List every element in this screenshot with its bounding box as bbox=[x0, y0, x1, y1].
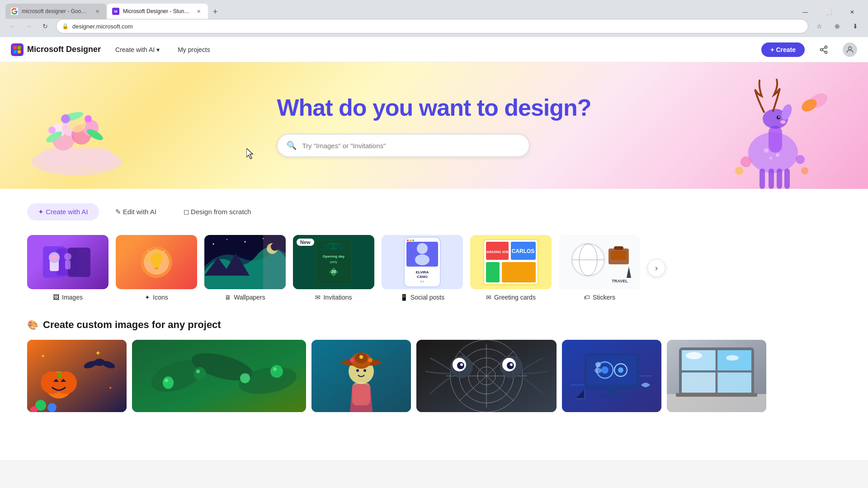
new-badge: New bbox=[297, 239, 314, 246]
svg-point-88 bbox=[415, 254, 429, 265]
custom-image-person[interactable] bbox=[311, 340, 411, 412]
app-navbar: Microsoft Designer Create with AI ▾ My p… bbox=[0, 37, 868, 62]
svg-point-44 bbox=[735, 167, 743, 175]
share-button[interactable] bbox=[816, 42, 832, 58]
svg-point-30 bbox=[780, 120, 786, 124]
category-label-invitations: ✉ Invitations bbox=[315, 294, 352, 301]
category-thumb-icons bbox=[116, 235, 197, 289]
downloads-button[interactable]: ⬇ bbox=[848, 19, 863, 33]
maximize-button[interactable]: ⬜ bbox=[818, 5, 839, 19]
category-card-invitations[interactable]: New Opening day party 20 bbox=[293, 235, 374, 301]
svg-point-197 bbox=[686, 352, 702, 359]
close-window-button[interactable]: ✕ bbox=[842, 5, 863, 19]
svg-rect-195 bbox=[682, 373, 715, 393]
svg-point-5 bbox=[821, 48, 823, 51]
category-card-images[interactable]: 🖼 Images bbox=[27, 235, 108, 301]
svg-rect-99 bbox=[486, 262, 500, 282]
svg-point-141 bbox=[165, 379, 168, 382]
svg-text:✦: ✦ bbox=[41, 353, 45, 359]
svg-rect-25 bbox=[769, 126, 782, 153]
svg-rect-2 bbox=[14, 50, 17, 53]
hero-decoration-right bbox=[705, 71, 841, 189]
bookmarks-button[interactable]: ☆ bbox=[812, 19, 826, 33]
category-thumb-images bbox=[27, 235, 108, 289]
create-button[interactable]: + Create bbox=[761, 42, 805, 57]
tab-close-2[interactable]: ✕ bbox=[194, 7, 203, 15]
create-with-ai-label: Create with AI bbox=[115, 46, 155, 53]
svg-rect-33 bbox=[777, 169, 782, 189]
custom-image-tech[interactable] bbox=[562, 340, 661, 412]
category-card-greeting-cards[interactable]: AMAZING JOB CARLOS ✉ Greeting cards bbox=[470, 235, 552, 301]
custom-image-nature[interactable] bbox=[132, 340, 306, 412]
hero-content: What do you want to design? 🔍 bbox=[277, 94, 591, 157]
create-with-ai-nav[interactable]: Create with AI ▾ bbox=[112, 43, 163, 56]
svg-point-55 bbox=[150, 253, 163, 265]
svg-text:CARLOS: CARLOS bbox=[512, 248, 535, 254]
edit-with-ai-tab[interactable]: ✎ Edit with AI bbox=[104, 203, 167, 221]
stickers-icon: 🏷 bbox=[584, 294, 590, 301]
tab-label-1: microsoft designer - Google Se... bbox=[22, 8, 90, 14]
greeting-cards-icon: ✉ bbox=[486, 294, 491, 301]
images-icon: 🖼 bbox=[53, 294, 59, 301]
category-card-wallpapers[interactable]: 🖥 Wallpapers bbox=[204, 235, 286, 301]
brand-icon bbox=[11, 43, 24, 56]
section-title: Create custom images for any project bbox=[43, 319, 221, 331]
forward-button[interactable]: → bbox=[22, 19, 36, 33]
svg-point-64 bbox=[213, 244, 214, 245]
svg-text:20: 20 bbox=[331, 269, 336, 274]
tab-favicon-1 bbox=[11, 8, 18, 15]
user-avatar[interactable] bbox=[843, 42, 857, 57]
brand-logo[interactable]: Microsoft Designer bbox=[11, 43, 101, 56]
category-label-wallpapers: 🖥 Wallpapers bbox=[225, 294, 265, 301]
create-with-ai-tab[interactable]: ✦ Create with AI bbox=[27, 203, 99, 221]
custom-images-row: ✦ ✦ ✦ bbox=[27, 340, 841, 412]
address-bar[interactable]: 🔒 designer.microsoft.com bbox=[56, 19, 808, 33]
svg-text:AMAZING JOB: AMAZING JOB bbox=[486, 250, 509, 253]
svg-point-152 bbox=[368, 358, 373, 362]
browser-chrome: microsoft designer - Google Se... ✕ M Mi… bbox=[0, 0, 868, 37]
minimize-button[interactable]: — bbox=[795, 5, 816, 19]
zoom-button[interactable]: ⊕ bbox=[830, 19, 844, 33]
category-card-icons[interactable]: ✦ Icons bbox=[116, 235, 197, 301]
hero-decoration-left bbox=[18, 71, 136, 189]
category-label-images: 🖼 Images bbox=[53, 294, 83, 301]
svg-rect-31 bbox=[760, 169, 765, 189]
svg-line-7 bbox=[822, 50, 825, 52]
brand-name: Microsoft Designer bbox=[27, 45, 101, 54]
category-card-stickers[interactable]: TRAVEL 🏷 Stickers bbox=[559, 235, 640, 301]
browser-controls: ← → ↻ 🔒 designer.microsoft.com ☆ ⊕ ⬇ bbox=[5, 19, 863, 33]
back-button[interactable]: ← bbox=[5, 19, 20, 33]
svg-point-21 bbox=[61, 114, 70, 123]
svg-point-35 bbox=[764, 148, 769, 153]
svg-point-198 bbox=[726, 355, 739, 361]
svg-text:Opening day: Opening day bbox=[323, 254, 345, 258]
svg-rect-200 bbox=[676, 393, 757, 397]
tab-microsoft-designer[interactable]: M Microsoft Designer - Stunning... ✕ bbox=[107, 4, 208, 19]
tabs-row: microsoft designer - Google Se... ✕ M Mi… bbox=[5, 4, 863, 19]
category-card-social-posts[interactable]: ELVIRA CANO 0.0 📱 Social posts bbox=[382, 235, 463, 301]
hero-search-container[interactable]: 🔍 bbox=[277, 134, 530, 157]
categories-next-button[interactable]: › bbox=[647, 259, 665, 277]
my-projects-nav[interactable]: My projects bbox=[174, 43, 214, 56]
svg-point-151 bbox=[350, 358, 354, 362]
svg-point-23 bbox=[48, 127, 56, 134]
category-thumb-stickers: TRAVEL bbox=[559, 235, 640, 289]
svg-point-142 bbox=[196, 370, 200, 373]
custom-image-spider[interactable] bbox=[416, 340, 557, 412]
custom-image-halloween[interactable]: ✦ ✦ ✦ bbox=[27, 340, 127, 412]
svg-rect-0 bbox=[14, 46, 17, 49]
new-tab-button[interactable]: + bbox=[208, 5, 222, 19]
hero-title: What do you want to design? bbox=[277, 94, 591, 121]
svg-rect-1 bbox=[18, 46, 21, 49]
svg-rect-11 bbox=[41, 148, 113, 166]
svg-rect-57 bbox=[155, 267, 158, 269]
custom-image-window[interactable] bbox=[667, 340, 766, 412]
tab-favicon-2: M bbox=[112, 8, 119, 15]
tab-close-1[interactable]: ✕ bbox=[93, 7, 101, 15]
svg-point-66 bbox=[245, 241, 246, 243]
tab-google-search[interactable]: microsoft designer - Google Se... ✕ bbox=[5, 4, 107, 19]
design-from-scratch-tab[interactable]: ◻ Design from scratch bbox=[173, 203, 262, 221]
search-input[interactable] bbox=[302, 142, 520, 150]
svg-point-4 bbox=[825, 46, 827, 48]
reload-button[interactable]: ↻ bbox=[38, 19, 52, 33]
